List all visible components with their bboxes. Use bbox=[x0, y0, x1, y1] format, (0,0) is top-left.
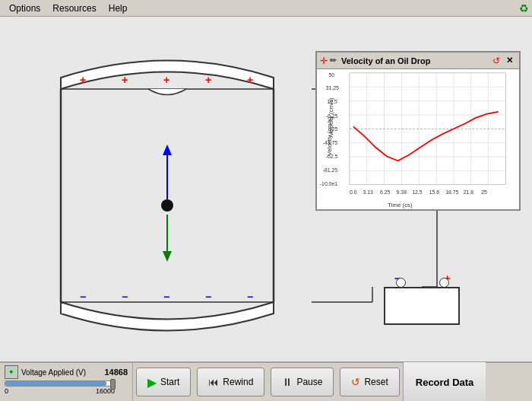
svg-text:12.5: 12.5 bbox=[412, 189, 423, 195]
graph-close-button[interactable]: ✕ bbox=[503, 56, 516, 65]
graph-content: Velocity (cm/s) bbox=[317, 69, 519, 209]
graph-loop-icon[interactable]: ↺ bbox=[492, 56, 500, 66]
toolbar: ✦ Voltage Applied (V) 14868 0 16000 ▶ St… bbox=[0, 361, 532, 401]
menu-help[interactable]: Help bbox=[103, 2, 134, 15]
svg-text:Time (cs): Time (cs) bbox=[388, 202, 413, 208]
svg-text:−: − bbox=[122, 291, 128, 303]
reset-label: Reset bbox=[364, 377, 388, 387]
graph-pencil-icon[interactable]: ✏ bbox=[330, 56, 337, 66]
slider-min-label: 0 bbox=[5, 387, 8, 395]
voltage-area: ✦ Voltage Applied (V) 14868 0 16000 bbox=[0, 362, 133, 401]
svg-text:+: + bbox=[163, 74, 169, 86]
svg-text:6.25: 6.25 bbox=[380, 189, 391, 195]
svg-text:21.8: 21.8 bbox=[464, 189, 474, 195]
menu-options[interactable]: Options bbox=[3, 2, 46, 15]
graph-titlebar: ✛ ✏ Velocity of an Oil Drop ↺ ✕ bbox=[317, 53, 519, 69]
svg-text:15.6: 15.6 bbox=[429, 189, 440, 195]
svg-text:−: − bbox=[247, 291, 253, 303]
svg-text:31.25: 31.25 bbox=[326, 85, 339, 91]
svg-text:+: + bbox=[247, 74, 253, 86]
voltage-value: 14868 bbox=[104, 368, 128, 377]
graph-title: Velocity of an Oil Drop bbox=[341, 56, 492, 65]
svg-text:50: 50 bbox=[329, 72, 335, 78]
rewind-button[interactable]: ⏮ Rewind bbox=[197, 368, 264, 396]
recycle-icon: ♻ bbox=[519, 2, 529, 14]
sim-icon: ✦ bbox=[5, 365, 18, 379]
battery-neg-terminal bbox=[396, 278, 406, 288]
svg-text:0.0: 0.0 bbox=[350, 189, 357, 195]
svg-text:−: − bbox=[205, 291, 211, 303]
svg-point-18 bbox=[161, 199, 173, 212]
battery-box: − + bbox=[384, 287, 460, 325]
record-data-button[interactable]: Record Data bbox=[403, 362, 486, 401]
start-icon: ▶ bbox=[147, 375, 157, 390]
start-label: Start bbox=[160, 377, 179, 387]
svg-text:18.75: 18.75 bbox=[445, 189, 458, 195]
svg-text:−: − bbox=[80, 291, 86, 303]
menu-bar: Options Resources Help ♻ bbox=[0, 0, 532, 17]
svg-text:−: − bbox=[163, 291, 169, 303]
graph-crosshair-icon[interactable]: ✛ bbox=[320, 56, 328, 66]
svg-text:3.13: 3.13 bbox=[363, 189, 374, 195]
svg-text:+: + bbox=[205, 74, 211, 86]
battery-pos-terminal bbox=[439, 278, 449, 288]
graph-panel: ✛ ✏ Velocity of an Oil Drop ↺ ✕ Velocity… bbox=[315, 51, 521, 211]
svg-text:+: + bbox=[122, 74, 128, 86]
simulation-area: + + + + + − − − − − − + bbox=[0, 17, 532, 363]
menu-resources[interactable]: Resources bbox=[46, 2, 102, 15]
svg-text:9.38: 9.38 bbox=[397, 189, 407, 195]
svg-marker-15 bbox=[163, 145, 172, 155]
svg-text:-10.0e1: -10.0e1 bbox=[320, 181, 337, 186]
pause-button[interactable]: ⏸ Pause bbox=[271, 368, 334, 396]
svg-marker-17 bbox=[163, 251, 172, 262]
svg-text:Velocity (cm/s): Velocity (cm/s) bbox=[326, 116, 333, 155]
reset-button[interactable]: ↺ Reset bbox=[340, 368, 399, 396]
graph-svg: Velocity (cm/s) bbox=[317, 69, 519, 209]
graph-tool-icons: ✛ ✏ bbox=[320, 56, 337, 66]
svg-text:12.5: 12.5 bbox=[328, 99, 338, 104]
start-button[interactable]: ▶ Start bbox=[136, 368, 191, 396]
rewind-label: Rewind bbox=[223, 377, 253, 387]
pause-icon: ⏸ bbox=[282, 376, 293, 388]
reset-icon: ↺ bbox=[351, 376, 360, 388]
chamber-svg: + + + + + − − − − − bbox=[23, 32, 312, 352]
svg-text:+: + bbox=[80, 74, 86, 86]
slider-thumb[interactable] bbox=[110, 379, 116, 390]
voltage-slider-track[interactable] bbox=[5, 380, 115, 387]
rewind-icon: ⏮ bbox=[208, 376, 219, 388]
svg-text:25: 25 bbox=[481, 189, 487, 195]
svg-text:-81.25: -81.25 bbox=[323, 167, 338, 173]
voltage-label: Voltage Applied (V) bbox=[21, 368, 86, 377]
pause-label: Pause bbox=[296, 377, 322, 387]
